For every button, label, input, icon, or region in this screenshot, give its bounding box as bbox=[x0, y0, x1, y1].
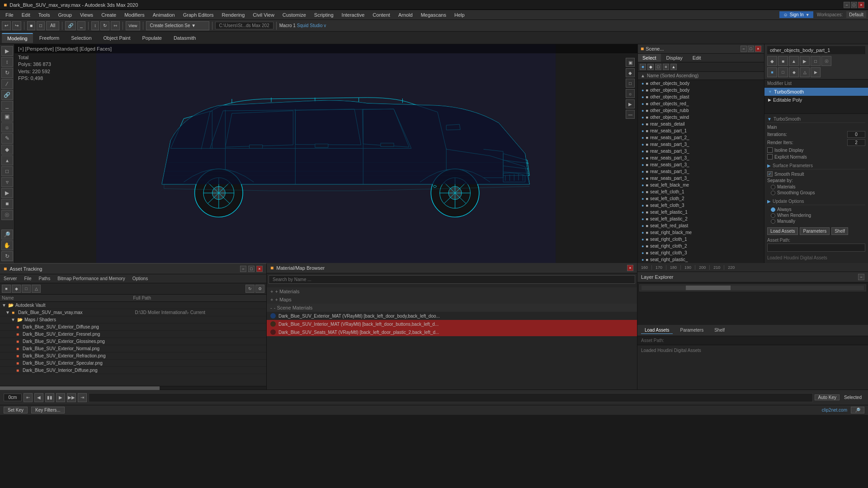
asset-close-btn[interactable]: × bbox=[256, 266, 263, 272]
tab-selection[interactable]: Selection bbox=[66, 33, 97, 42]
tab-object-paint[interactable]: Object Paint bbox=[98, 33, 136, 42]
camera-tool[interactable]: ▣ bbox=[1, 112, 13, 122]
asset-row-maps[interactable]: ▼ 📂 Maps / Shaders bbox=[0, 316, 266, 324]
modifier-entry-editable-poly[interactable]: ▶ Editable Poly bbox=[764, 96, 868, 104]
scene-list-item[interactable]: ● ■ other_objects_body bbox=[638, 80, 764, 87]
asset-menu-bitmap[interactable]: Bitmap Performance and Memory bbox=[56, 275, 127, 282]
asset-tool-1[interactable]: ■ bbox=[2, 285, 11, 293]
mod-btn-c[interactable]: ◆ bbox=[789, 67, 799, 77]
iterations-input[interactable] bbox=[847, 131, 865, 138]
timeline-ruler[interactable] bbox=[89, 393, 813, 402]
asset-tool-3[interactable]: □ bbox=[22, 285, 31, 293]
vp-filter-icon[interactable]: ⸻ bbox=[626, 110, 635, 119]
scene-list-item[interactable]: ● ■ rear_seats_part_2_ bbox=[638, 134, 764, 141]
load-assets-button[interactable]: Load Assets bbox=[767, 227, 798, 235]
zoom-tool[interactable]: 🔎 bbox=[1, 230, 13, 239]
asset-row-vault[interactable]: ▼ 📂 Autodesk Vault bbox=[0, 302, 266, 309]
mod-btn-a[interactable]: ■ bbox=[767, 67, 777, 77]
scene-list-item[interactable]: ● ■ other_objects_body bbox=[638, 87, 764, 94]
rotate-button[interactable]: ↻ bbox=[100, 21, 109, 30]
asset-row-glossines[interactable]: ■ Dark_Blue_SUV_Exterior_Glossines.png bbox=[0, 338, 266, 345]
motion-tool[interactable]: ▶ bbox=[1, 188, 13, 198]
menu-graph-editors[interactable]: Graph Editors bbox=[179, 11, 217, 19]
always-radio[interactable] bbox=[771, 207, 775, 212]
scene-list-item[interactable]: ● ■ rear_seats_part_3_ bbox=[638, 168, 764, 175]
scene-list-item[interactable]: ● ■ seat_left_red_plast bbox=[638, 222, 764, 229]
asset-tool-4[interactable]: △ bbox=[32, 285, 41, 293]
asset-path-input[interactable] bbox=[767, 244, 865, 252]
mod-display-btn[interactable]: □ bbox=[811, 56, 821, 66]
undo-button[interactable]: ↩ bbox=[2, 21, 11, 30]
shelf-tab[interactable]: Shelf bbox=[711, 327, 728, 334]
rotate-tool[interactable]: ↻ bbox=[1, 68, 13, 78]
material-search-input[interactable] bbox=[269, 275, 635, 284]
asset-row-diffuse[interactable]: ■ Dark_Blue_SUV_Exterior_Diffuse.png bbox=[0, 324, 266, 331]
modifier-object-name[interactable]: other_objects_body_part_1 bbox=[767, 46, 865, 54]
scene-list-item[interactable]: ● ■ other_objects_plast bbox=[638, 94, 764, 100]
scene-tab-select[interactable]: Select bbox=[638, 54, 661, 62]
asset-row-specular[interactable]: ■ Dark_Blue_SUV_Exterior_Specular.png bbox=[0, 360, 266, 367]
scene-list-item[interactable]: ● ■ seat_right_cloth_3 bbox=[638, 249, 764, 256]
vp-render-icon[interactable]: ▶ bbox=[626, 99, 635, 108]
manually-radio[interactable] bbox=[771, 219, 775, 224]
scene-list-item[interactable]: ● ■ rear_seats_detail bbox=[638, 121, 764, 127]
shape-tool[interactable]: ◆ bbox=[1, 145, 13, 155]
scene-tab-display[interactable]: Display bbox=[662, 54, 687, 62]
scene-list-item[interactable]: ● ■ seat_left_cloth_1 bbox=[638, 188, 764, 195]
smooth-result-checkbox[interactable] bbox=[767, 171, 773, 177]
vp-light-icon[interactable]: ☼ bbox=[626, 89, 635, 98]
scene-close-btn[interactable]: × bbox=[755, 46, 761, 52]
asset-refresh-btn[interactable]: ↻ bbox=[245, 285, 255, 293]
timeline-prev-btn[interactable]: ◀ bbox=[34, 393, 43, 402]
shelf-button[interactable]: Shelf bbox=[831, 227, 848, 235]
scene-icon-3[interactable]: □ bbox=[655, 64, 661, 70]
when-rendering-radio[interactable] bbox=[771, 213, 775, 218]
sign-in-button[interactable]: ☺ Sign In ▼ bbox=[779, 11, 813, 18]
timeline-play-pause-btn[interactable]: ▮▮ bbox=[45, 393, 54, 402]
scene-list-item[interactable]: ● ■ rear_seats_part_1 bbox=[638, 127, 764, 134]
scene-list-item[interactable]: ● ■ seat_right_black_me bbox=[638, 229, 764, 236]
move-button[interactable]: ↕ bbox=[91, 21, 99, 30]
asset-maximize-btn[interactable]: □ bbox=[248, 266, 255, 272]
asset-scrollbar[interactable] bbox=[0, 386, 266, 389]
scene-list-item[interactable]: ● ■ other_objects_red_ bbox=[638, 100, 764, 107]
asset-row-refraction[interactable]: ■ Dark_Blue_SUV_Exterior_Refraction.png bbox=[0, 352, 266, 360]
timeline-play-btn[interactable]: ▶ bbox=[56, 393, 65, 402]
unlink-button[interactable]: ⎯ bbox=[77, 21, 85, 30]
scene-list-item[interactable]: ● ■ seat_left_plastic_2 bbox=[638, 216, 764, 222]
select-obj-button[interactable]: ■ bbox=[27, 21, 35, 30]
redo-button[interactable]: ↪ bbox=[12, 21, 21, 30]
mod-create-btn[interactable]: ◆ bbox=[767, 56, 777, 66]
all-button[interactable]: All bbox=[46, 21, 59, 30]
scene-list-item[interactable]: ● ■ rear_seats_part_3_ bbox=[638, 148, 764, 155]
menu-help[interactable]: Help bbox=[451, 11, 468, 19]
workspace-selector[interactable]: Default bbox=[846, 11, 866, 18]
scene-list-item[interactable]: ● ■ seat_left_cloth_2 bbox=[638, 195, 764, 202]
scale-button[interactable]: ⇿ bbox=[111, 21, 120, 30]
maximize-button[interactable]: □ bbox=[851, 2, 857, 8]
menu-scripting[interactable]: Scripting bbox=[311, 11, 337, 19]
select-region-button[interactable]: □ bbox=[37, 21, 45, 30]
explicit-normals-checkbox[interactable] bbox=[767, 154, 773, 160]
scene-list-item[interactable]: ● ■ seat_left_plastic_1 bbox=[638, 209, 764, 216]
workspace-label[interactable]: Squid Studio v bbox=[297, 23, 326, 28]
scene-icon-5[interactable]: ▲ bbox=[670, 64, 677, 70]
load-assets-tab[interactable]: Load Assets bbox=[641, 327, 673, 334]
vp-wire-icon[interactable]: □ bbox=[626, 79, 635, 88]
material-close-btn[interactable]: × bbox=[627, 265, 633, 271]
tab-modeling[interactable]: Modeling bbox=[2, 33, 33, 43]
mod-modify-btn[interactable]: ■ bbox=[778, 56, 788, 66]
link-tool[interactable]: 🔗 bbox=[1, 90, 13, 100]
menu-arnold[interactable]: Arnold bbox=[395, 11, 416, 19]
display-tool[interactable]: ■ bbox=[1, 199, 13, 209]
menu-group[interactable]: Group bbox=[54, 11, 75, 19]
utility-tool[interactable]: ☉ bbox=[1, 210, 13, 220]
maps-section-header[interactable]: + + Maps bbox=[267, 296, 637, 304]
tab-populate[interactable]: Populate bbox=[137, 33, 167, 42]
link-button[interactable]: 🔗 bbox=[65, 21, 76, 30]
asset-row-normal[interactable]: ■ Dark_Blue_SUV_Exterior_Normal.png bbox=[0, 345, 266, 352]
scene-list-item[interactable]: ● ■ seat_left_black_me bbox=[638, 182, 764, 188]
materials-section-header[interactable]: + + Materials bbox=[267, 287, 637, 296]
scene-list-item[interactable]: ● ■ rear_seats_part_3_ bbox=[638, 141, 764, 148]
asset-menu-file[interactable]: File bbox=[22, 275, 33, 282]
